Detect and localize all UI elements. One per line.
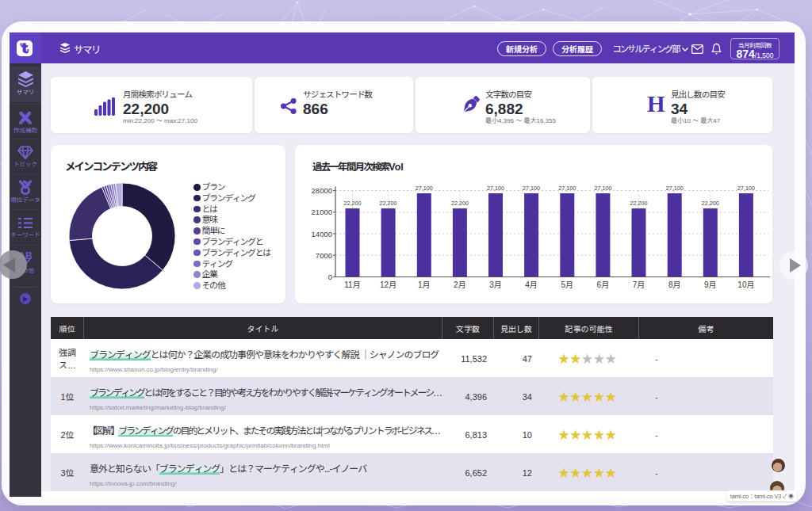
svg-text:7月: 7月	[633, 278, 645, 290]
svg-text:22,200: 22,200	[630, 199, 648, 207]
svg-text:9月: 9月	[704, 278, 717, 290]
svg-text:8月: 8月	[668, 278, 681, 290]
svg-text:22,200: 22,200	[702, 199, 719, 207]
svg-text:6月: 6月	[597, 278, 610, 290]
svg-text:22,200: 22,200	[380, 199, 397, 207]
svg-text:14000: 14000	[312, 228, 332, 239]
svg-text:11月: 11月	[344, 278, 360, 290]
svg-text:22,200: 22,200	[344, 199, 362, 207]
svg-text:4月: 4月	[525, 278, 538, 290]
svg-text:10月: 10月	[737, 278, 754, 290]
svg-text:5月: 5月	[561, 278, 574, 290]
svg-text:3月: 3月	[489, 278, 502, 290]
svg-text:2月: 2月	[454, 278, 466, 290]
svg-text:28000: 28000	[312, 185, 332, 196]
svg-text:21000: 21000	[312, 206, 332, 217]
svg-text:22,200: 22,200	[451, 199, 469, 207]
svg-text:27,100: 27,100	[416, 184, 433, 192]
svg-text:27,100: 27,100	[558, 184, 576, 192]
svg-text:1月: 1月	[418, 278, 431, 290]
svg-text:7000: 7000	[316, 250, 332, 261]
svg-text:27,100: 27,100	[487, 184, 504, 192]
svg-text:0: 0	[328, 271, 332, 282]
svg-text:27,100: 27,100	[666, 184, 684, 192]
svg-text:12月: 12月	[380, 278, 396, 290]
svg-text:27,100: 27,100	[737, 184, 755, 192]
svg-text:27,100: 27,100	[594, 184, 611, 192]
svg-text:27,100: 27,100	[523, 184, 540, 192]
